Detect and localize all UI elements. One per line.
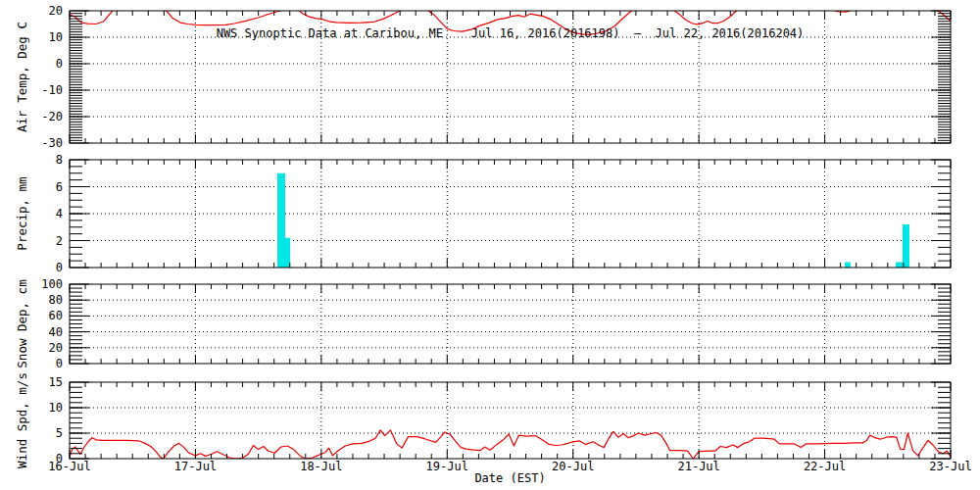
precip-bars: [277, 173, 909, 268]
wind-speed-axis-label: Wind Spd, m/s: [15, 372, 29, 468]
snow-depth-ytick-label: 0: [56, 357, 63, 370]
synoptic-meteorogram: -30-20-1001020Air Temp, Deg C02468Precip…: [0, 0, 980, 490]
wind-speed-frame: [70, 382, 951, 459]
meteorogram-plot-canvas: -30-20-1001020Air Temp, Deg C02468Precip…: [0, 0, 980, 490]
precip-ytick-label: 8: [56, 153, 63, 167]
wind-speed-ytick-label: 10: [49, 401, 63, 415]
precip-bar: [277, 173, 285, 268]
air-temp-ytick-label: 20: [49, 4, 63, 18]
snow-depth-ytick-label: 40: [49, 325, 63, 339]
wind-speed-ytick-label: 15: [49, 375, 63, 389]
air-temp-axis-label: Air Temp, Deg C: [15, 22, 29, 132]
precip-bar: [903, 224, 909, 268]
air-temp-ytick-label: -30: [41, 136, 63, 150]
precip-bar: [896, 263, 903, 269]
panel-snow-depth: 020406080100Snow Dep, cm: [15, 277, 951, 370]
panel-wind-speed: 051015Wind Spd, m/s16-Jul17-Jul18-Jul19-…: [15, 372, 972, 473]
precip-axis-label: Precip, mm: [15, 176, 29, 250]
snow-depth-frame: [70, 284, 951, 364]
air-temp-ytick-label: 0: [56, 57, 63, 71]
snow-depth-ticks: [70, 284, 951, 364]
air-temp-ytick-label: 10: [49, 30, 63, 44]
snow-depth-ytick-label: 100: [41, 277, 63, 291]
precip-ytick-label: 6: [56, 180, 63, 194]
precip-bar: [845, 263, 851, 269]
snow-depth-ytick-label: 60: [49, 309, 63, 322]
panel-precip: 02468Precip, mm: [15, 153, 951, 274]
precip-ytick-label: 2: [56, 234, 63, 248]
x-axis-title: Date (EST): [70, 471, 951, 485]
wind-speed-ytick-label: 5: [56, 426, 63, 440]
air-temp-ytick-label: -10: [41, 83, 63, 97]
plot-title: NWS Synoptic Data at Caribou, ME Jul 16,…: [70, 26, 951, 40]
wind-speed-ticks: [70, 382, 951, 459]
snow-depth-ytick-label: 20: [49, 341, 63, 355]
panel-air-temp: -30-20-1001020Air Temp, Deg C: [15, 1, 951, 150]
precip-ytick-label: 0: [56, 261, 63, 274]
precip-ytick-label: 4: [56, 207, 63, 220]
snow-depth-ytick-label: 80: [49, 293, 63, 307]
air-temp-ytick-label: -20: [41, 110, 63, 123]
snow-depth-axis-label: Snow Dep, cm: [15, 279, 29, 368]
